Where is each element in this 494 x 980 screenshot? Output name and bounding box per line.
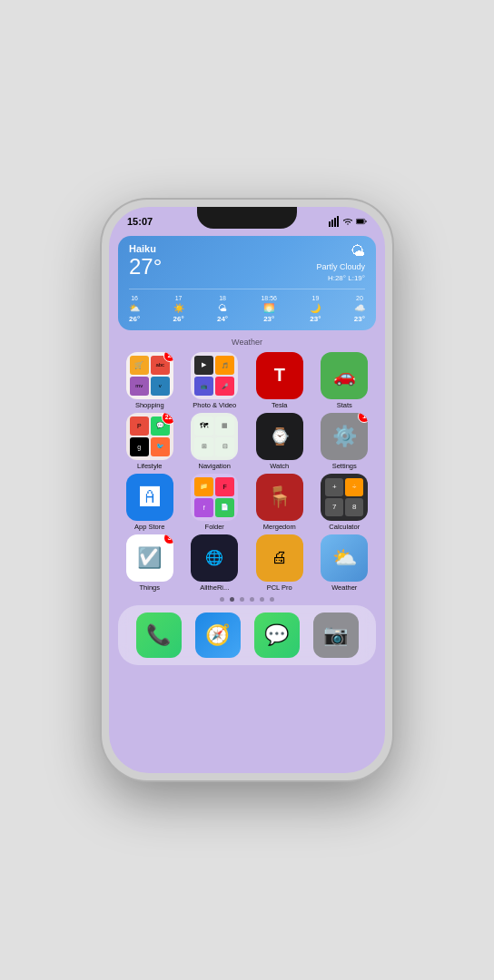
mergedom-label: Mergedom: [263, 523, 296, 531]
forecast-item-0: 16 ⛅ 26°: [129, 295, 140, 323]
lifestyle-badge: 22: [162, 413, 173, 425]
app-pclpro[interactable]: 🖨 PCL Pro: [248, 534, 311, 592]
settings-badge: 1: [358, 413, 368, 423]
dock: 📞 🧭 💬 📷: [118, 605, 376, 665]
shopping-badge: 2: [163, 352, 173, 362]
photo-video-label: Photo & Video: [193, 401, 236, 409]
calculator-label: Calculator: [329, 523, 360, 531]
app-appstore[interactable]: 🅰 App Store: [118, 474, 182, 531]
weather-city: Haiku: [129, 243, 162, 254]
svg-rect-6: [365, 220, 366, 222]
app-photo-video[interactable]: ▶ 🎵 📺 🎤 Photo & Video: [183, 352, 247, 409]
weather-high: H:28° L:19°: [316, 273, 365, 283]
forecast-item-2: 18 🌤 24°: [217, 295, 228, 323]
app-grid: 🛒 abc mv v 2 Shopping ▶ 🎵 📺 🎤: [109, 352, 385, 592]
phone-screen: 15:07: [109, 207, 385, 773]
page-dots: [109, 597, 385, 602]
dock-phone[interactable]: 📞: [136, 612, 182, 658]
weather-sun-icon: 🌤: [351, 243, 365, 260]
app-settings[interactable]: ⚙️ 1 Settings: [313, 413, 377, 470]
app-stats[interactable]: 🚗 Stats: [313, 352, 377, 409]
folder-label: Folder: [205, 523, 224, 531]
dot-4: [260, 597, 264, 602]
dock-safari[interactable]: 🧭: [195, 612, 241, 658]
svg-rect-0: [329, 221, 331, 227]
stats-label: Stats: [337, 401, 352, 409]
app-watch[interactable]: ⌚ Watch: [248, 413, 311, 470]
weather-widget-label: Weather: [109, 338, 385, 347]
navigation-label: Navigation: [199, 462, 231, 470]
app-things[interactable]: ☑️ 3 Things: [118, 534, 182, 592]
dot-5: [270, 597, 274, 602]
alltheri-label: AlltheRi...: [200, 583, 229, 592]
weather-condition: Partly Cloudy: [316, 261, 365, 273]
tesla-label: Tesla: [272, 401, 288, 409]
notch: [197, 207, 297, 229]
settings-label: Settings: [332, 462, 357, 470]
dock-messages[interactable]: 💬: [254, 612, 300, 658]
battery-icon: [356, 216, 367, 227]
dot-0: [220, 597, 224, 602]
wifi-icon: [342, 216, 353, 227]
forecast-item-3: 18:56 🌅 23°: [261, 295, 277, 323]
svg-rect-5: [357, 220, 364, 223]
signal-icon: [329, 216, 340, 227]
forecast-item-1: 17 ☀️ 26°: [173, 295, 183, 323]
weather-temp: 27°: [129, 254, 162, 279]
shopping-label: Shopping: [135, 401, 164, 409]
app-shopping[interactable]: 🛒 abc mv v 2 Shopping: [118, 352, 182, 409]
safari-icon: 🧭: [195, 612, 241, 658]
phone-frame: 15:07: [102, 200, 392, 780]
appstore-label: App Store: [134, 523, 164, 531]
app-navigation[interactable]: 🗺 ▦ ⊞ ⊟ Navigation: [183, 413, 247, 470]
things-badge: 3: [163, 534, 173, 544]
app-alltheri[interactable]: 🌐 AlltheRi...: [183, 534, 247, 592]
svg-rect-2: [334, 218, 336, 227]
weather-widget[interactable]: Haiku 27° 🌤 Partly Cloudy H:28° L:19° 16…: [118, 236, 376, 330]
pclpro-label: PCL Pro: [267, 583, 292, 592]
dot-2: [240, 597, 244, 602]
app-folder[interactable]: 📁 F f 📄 Folder: [183, 474, 247, 531]
phone-icon: 📞: [136, 612, 182, 658]
dot-3: [250, 597, 254, 602]
messages-icon: 💬: [254, 612, 300, 658]
app-lifestyle[interactable]: P 💬 g 🐦 22 Lifestyle: [118, 413, 182, 470]
dock-camera[interactable]: 📷: [313, 612, 359, 658]
status-icons: [329, 216, 367, 227]
svg-rect-1: [331, 220, 333, 227]
app-weather[interactable]: ⛅ Weather: [313, 534, 377, 592]
watch-label: Watch: [270, 462, 289, 470]
status-time: 15:07: [127, 216, 153, 227]
things-label: Things: [139, 583, 160, 592]
weather-app-label: Weather: [331, 583, 357, 592]
app-mergedom[interactable]: 🪑 Mergedom: [248, 474, 311, 531]
lifestyle-label: Lifestyle: [137, 462, 163, 470]
camera-icon: 📷: [313, 612, 359, 658]
forecast-item-4: 19 🌙 23°: [310, 295, 321, 323]
forecast-item-5: 20 ☁️ 23°: [354, 295, 365, 323]
forecast-row: 16 ⛅ 26° 17 ☀️ 26° 18 🌤 24° 18:56 🌅: [129, 289, 365, 323]
dot-1: [230, 597, 234, 602]
app-tesla[interactable]: T Tesla: [248, 352, 311, 409]
app-calculator[interactable]: + ÷ 7 8 Calculator: [313, 474, 377, 531]
svg-rect-3: [337, 216, 339, 227]
